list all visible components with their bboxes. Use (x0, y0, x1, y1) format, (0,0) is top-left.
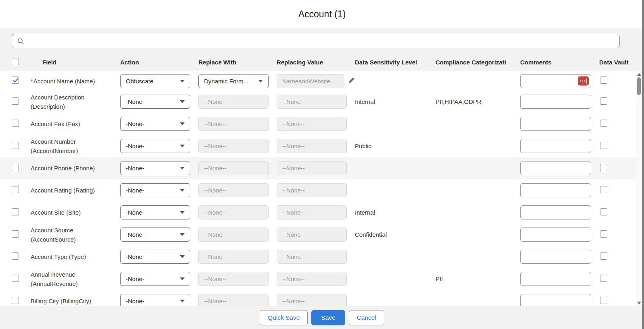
data-sensitivity-value: Internal (355, 209, 375, 216)
scroll-up-arrow-icon[interactable] (637, 73, 641, 76)
action-select[interactable]: -None- (120, 294, 190, 306)
replace-with-select[interactable]: Dynamic Form... (198, 74, 269, 88)
action-select[interactable]: -None- (120, 272, 190, 286)
replacing-value-field: NameandWebsite (277, 74, 344, 88)
action-select[interactable]: Obfuscate (120, 74, 190, 88)
action-select[interactable]: -None- (120, 183, 190, 197)
row-checkbox[interactable] (12, 97, 19, 105)
chevron-down-icon (180, 233, 185, 236)
comment-more-icon[interactable] (578, 77, 589, 86)
replace-with-select: --None-- (198, 205, 269, 219)
field-label: Account Number(AccountNumber) (31, 137, 120, 155)
data-vault-checkbox[interactable] (600, 164, 607, 171)
chevron-down-icon (180, 122, 185, 125)
comment-input[interactable] (520, 294, 591, 306)
row-checkbox[interactable] (12, 297, 19, 304)
data-vault-checkbox[interactable] (600, 120, 607, 127)
row-checkbox[interactable] (12, 164, 19, 171)
data-vault-checkbox[interactable] (600, 230, 607, 238)
data-vault-checkbox[interactable] (600, 186, 607, 193)
compliance-value: PII;HIPAA;GDPR (436, 98, 481, 105)
scrollbar-thumb[interactable] (637, 77, 641, 95)
row-checkbox[interactable] (12, 120, 19, 127)
action-select[interactable]: -None- (120, 250, 190, 264)
replacing-value-field: --None-- (277, 205, 347, 219)
table-row: Billing City (BillingCity) -None- --None… (0, 290, 636, 306)
table-row: Account Phone (Phone) -None- --None-- --… (0, 157, 636, 179)
row-checkbox[interactable] (12, 186, 19, 193)
replace-with-select: --None-- (198, 183, 269, 197)
comment-input[interactable] (520, 161, 591, 175)
replacing-value-field: --None-- (277, 161, 347, 175)
search-icon (17, 38, 24, 45)
comment-input[interactable] (520, 205, 591, 219)
row-checkbox[interactable] (12, 208, 19, 215)
table-row: Account Site (Site) -None- --None-- --No… (0, 201, 636, 223)
replace-with-select: --None-- (198, 161, 269, 175)
table-row: Account Fax (Fax) -None- --None-- --None… (0, 113, 636, 135)
comment-input[interactable] (520, 250, 591, 264)
cancel-button[interactable]: Cancel (349, 310, 384, 325)
column-header-comments: Comments (520, 59, 598, 66)
field-label: Account Type (Type) (31, 252, 120, 261)
data-sensitivity-value: Internal (355, 98, 375, 105)
column-header-data-sensitivity: Data Sensitivity Level (355, 59, 436, 66)
replace-with-select: --None-- (198, 117, 269, 131)
chevron-down-icon (180, 255, 185, 258)
action-select[interactable]: -None- (120, 117, 190, 131)
window-scrollbar-strip[interactable] (642, 0, 644, 329)
action-select[interactable]: -None- (120, 139, 190, 153)
row-checkbox[interactable] (12, 252, 19, 260)
row-checkbox[interactable] (12, 230, 19, 238)
table-toolbar: Field Action Replace With Replacing Valu… (0, 29, 644, 71)
replacing-value-field: --None-- (277, 95, 347, 109)
data-vault-checkbox[interactable] (600, 77, 607, 84)
field-label: Account Fax (Fax) (31, 119, 120, 128)
field-label: Account Rating (Rating) (31, 186, 120, 195)
field-label: Annual Revenue(AnnualRevenue) (31, 270, 120, 288)
modal-footer: Quick Save Save Cancel (0, 306, 644, 329)
search-box[interactable] (12, 34, 620, 48)
data-vault-checkbox[interactable] (600, 97, 607, 105)
row-checkbox[interactable] (12, 275, 19, 282)
field-mapping-modal: Account (1) Field Action Replace With Re… (0, 0, 644, 329)
scroll-down-arrow-icon[interactable] (637, 302, 641, 304)
comment-input[interactable] (520, 139, 591, 153)
comment-input[interactable] (520, 117, 591, 131)
compliance-value: PII (436, 275, 443, 282)
quick-save-button[interactable]: Quick Save (260, 310, 308, 325)
comment-input[interactable] (520, 95, 591, 109)
row-checkbox[interactable] (12, 142, 19, 149)
action-select[interactable]: -None- (120, 161, 190, 175)
search-input[interactable] (27, 37, 619, 45)
chevron-down-icon (180, 189, 185, 192)
data-vault-checkbox[interactable] (600, 142, 607, 149)
chevron-down-icon (180, 100, 185, 103)
chevron-down-icon (180, 211, 185, 214)
action-select[interactable]: -None- (120, 205, 190, 219)
comment-input[interactable] (520, 272, 591, 286)
select-all-checkbox[interactable] (12, 58, 19, 65)
replace-with-select: --None-- (198, 95, 269, 109)
edit-pencil-icon[interactable] (348, 77, 355, 85)
data-vault-checkbox[interactable] (600, 275, 607, 282)
column-header-replacing-value: Replacing Value (277, 59, 355, 66)
replacing-value-field: --None-- (277, 183, 347, 197)
comment-input[interactable] (520, 228, 591, 242)
table-row: *Account Name (Name) Obfuscate Dynamic F… (0, 71, 636, 91)
field-label: *Account Name (Name) (31, 77, 120, 86)
data-vault-checkbox[interactable] (600, 208, 607, 215)
table-scrollbar[interactable] (636, 71, 642, 306)
table-row: Account Type (Type) -None- --None-- --No… (0, 246, 636, 268)
column-header-action: Action (120, 59, 198, 66)
action-select[interactable]: -None- (120, 95, 190, 109)
comment-input[interactable] (520, 183, 591, 197)
chevron-down-icon (180, 145, 185, 147)
save-button[interactable]: Save (311, 310, 345, 325)
data-vault-checkbox[interactable] (600, 252, 607, 260)
data-vault-checkbox[interactable] (600, 297, 607, 304)
field-label: Billing City (BillingCity) (31, 296, 120, 306)
comment-input[interactable] (520, 74, 591, 88)
row-checkbox[interactable] (12, 77, 19, 84)
action-select[interactable]: -None- (120, 228, 190, 242)
